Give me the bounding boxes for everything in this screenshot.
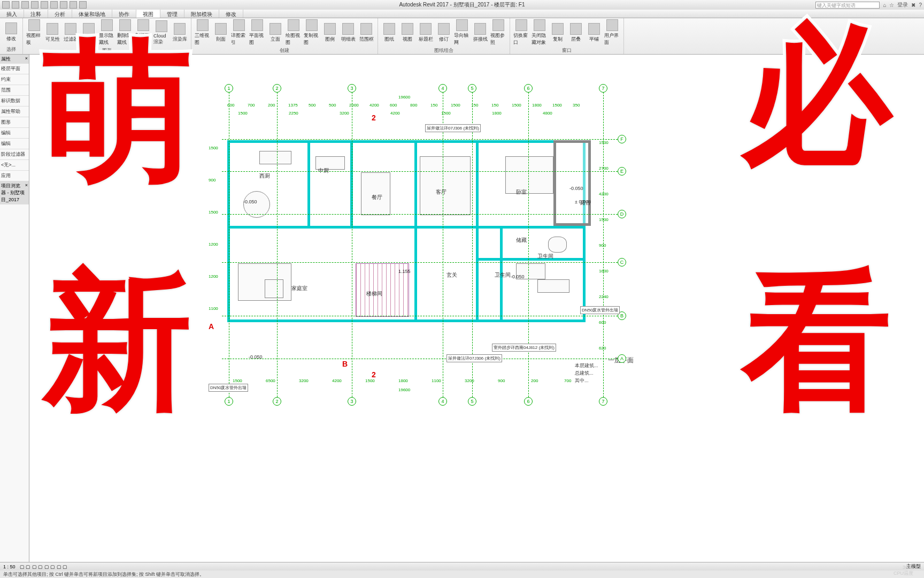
tab-附加模块[interactable]: 附加模块	[184, 10, 219, 18]
tool-icon	[215, 23, 227, 35]
qat-icon[interactable]	[79, 1, 87, 9]
drawing-canvas[interactable]: 一层平面 11223344556677ABCDEF600700200137550…	[29, 55, 924, 562]
type-selector[interactable]: 楼层平面	[0, 64, 29, 74]
panel-label: 创建	[195, 46, 374, 54]
tab-体量和场地[interactable]: 体量和场地	[72, 10, 112, 18]
gridline	[277, 92, 278, 397]
ribbon-button[interactable]: 切换窗口	[513, 19, 529, 46]
ribbon-button[interactable]: 图纸	[381, 19, 397, 46]
ribbon-button[interactable]: 层叠	[568, 19, 584, 46]
level-mark: ± 0.000	[575, 199, 591, 204]
dimension: 600	[390, 103, 397, 108]
wall	[230, 226, 583, 229]
infocenter-icon[interactable]: ⌂	[883, 2, 886, 8]
qat-icon[interactable]	[41, 1, 48, 9]
tool-icon	[174, 23, 186, 35]
star-icon[interactable]: ☆	[889, 2, 894, 8]
ribbon-button[interactable]: 图例	[322, 19, 338, 46]
grid-bubble: 2	[273, 397, 281, 406]
qat-icon[interactable]	[12, 1, 19, 9]
ribbon-button[interactable]: 关闭隐藏对象	[532, 19, 548, 46]
dimension: 1500	[233, 378, 242, 383]
ribbon-button[interactable]: 复制视图	[304, 19, 320, 46]
search-input[interactable]: 键入关键字或短语	[815, 2, 880, 9]
close-icon[interactable]: ×	[25, 56, 28, 63]
grid-bubble: E	[618, 167, 626, 176]
room-label: 客厅	[436, 188, 446, 196]
button-label: 明细表	[341, 36, 356, 43]
ribbon-button[interactable]: 显示隐藏线	[99, 19, 115, 46]
tab-协作[interactable]: 协作	[112, 10, 136, 18]
ribbon-button[interactable]: 视图样板	[26, 19, 42, 46]
user-label[interactable]: 登录	[897, 1, 908, 9]
tab-修改[interactable]: 修改	[219, 10, 243, 18]
dimension: 3200	[299, 378, 309, 383]
ribbon-button[interactable]: 范围框	[358, 19, 374, 46]
ribbon-button[interactable]: 渲染库	[172, 19, 188, 46]
dimension: 900	[498, 378, 505, 383]
ribbon-button[interactable]: 三维视图	[195, 19, 211, 46]
tab-视图[interactable]: 视图	[136, 10, 160, 18]
ribbon-button[interactable]: Cloud渲染	[153, 19, 170, 46]
property-row[interactable]: 属性帮助	[0, 107, 29, 117]
property-row[interactable]: 编辑	[0, 139, 29, 149]
help-icon[interactable]: ?	[919, 2, 922, 8]
property-row[interactable]: 标识数据	[0, 96, 29, 107]
ribbon-button[interactable]: 视图	[399, 19, 415, 46]
ribbon-button[interactable]: 删除隐藏线	[117, 19, 133, 46]
scale-label[interactable]: 1 : 50	[3, 564, 16, 569]
dimension: 1375	[288, 103, 298, 108]
qat-icon[interactable]	[21, 1, 29, 9]
tab-注释[interactable]: 注释	[24, 10, 48, 18]
ribbon-button[interactable]: 剖面	[213, 19, 229, 46]
ribbon-button[interactable]: 过滤器	[63, 19, 79, 46]
qat-icon[interactable]	[2, 1, 10, 9]
dimension: 1500	[552, 103, 562, 108]
property-row[interactable]: 编辑	[0, 128, 29, 139]
button-label: 可见性	[45, 36, 60, 43]
tool-icon	[137, 19, 149, 31]
tab-管理[interactable]: 管理	[160, 10, 184, 18]
floor-plan: 一层平面 11223344556677ABCDEF600700200137550…	[195, 87, 628, 408]
ribbon-button[interactable]: 修改	[3, 19, 19, 45]
property-row[interactable]: <无>...	[0, 160, 29, 171]
button-label: 图例	[325, 36, 335, 43]
ribbon-button[interactable]: 详图索引	[231, 19, 247, 46]
tool-icon	[420, 23, 432, 35]
qat-icon[interactable]	[70, 1, 77, 9]
property-row[interactable]: 应用	[0, 171, 29, 181]
properties-panel[interactable]: 属性× 楼层平面 约束范围标识数据属性帮助图形编辑编辑阶段过滤器<无>...应用…	[0, 55, 29, 562]
ribbon-button[interactable]: 视图参照	[490, 19, 506, 46]
ribbon-button[interactable]: 剖切面轮廓	[135, 19, 151, 46]
property-row[interactable]: 范围	[0, 85, 29, 96]
ribbon-button[interactable]: 立面	[267, 19, 283, 46]
button-label: 渲染库	[173, 36, 187, 43]
close-icon[interactable]: ✖	[911, 2, 915, 8]
ribbon-button[interactable]: 可见性	[44, 19, 60, 46]
ribbon-button[interactable]: 拼接线	[472, 19, 488, 46]
qat-icon[interactable]	[31, 1, 38, 9]
button-label: 拼接线	[473, 36, 488, 43]
ribbon-button[interactable]: 平面视图	[249, 19, 265, 46]
tab-插入[interactable]: 插入	[0, 10, 24, 18]
ribbon-button[interactable]: 平铺	[586, 19, 602, 46]
view-control-bar[interactable]: 1 : 50 ▢ ▢ ▢ ▢ ▢ ▢ ▢ ▢ 主模型	[0, 562, 924, 571]
ribbon-button[interactable]: 标题栏	[418, 19, 434, 46]
view-controls[interactable]: ▢ ▢ ▢ ▢ ▢ ▢ ▢ ▢	[20, 564, 68, 569]
ribbon-button[interactable]: 复制	[550, 19, 566, 46]
ribbon-button[interactable]: 修订	[436, 19, 452, 46]
property-row[interactable]: 图形	[0, 117, 29, 128]
ribbon-button[interactable]: 用户界面	[604, 19, 620, 46]
property-row[interactable]: 阶段过滤器	[0, 149, 29, 160]
qat-icon[interactable]	[60, 1, 67, 9]
quick-access-toolbar[interactable]	[0, 1, 87, 9]
property-row[interactable]: 约束	[0, 74, 29, 85]
ribbon-button[interactable]: 导向轴网	[454, 19, 470, 46]
qat-icon[interactable]	[50, 1, 58, 9]
ribbon-tabstrip[interactable]: 插入注释分析体量和场地协作视图管理附加模块修改	[0, 10, 924, 18]
ribbon-button[interactable]: 明细表	[340, 19, 356, 46]
ribbon-button[interactable]: 绘图视图	[286, 19, 302, 46]
ribbon-button[interactable]: 细线	[81, 19, 97, 46]
tab-分析[interactable]: 分析	[48, 10, 72, 18]
annotation: 屋井做法详07J306 (未找到)	[425, 124, 481, 132]
